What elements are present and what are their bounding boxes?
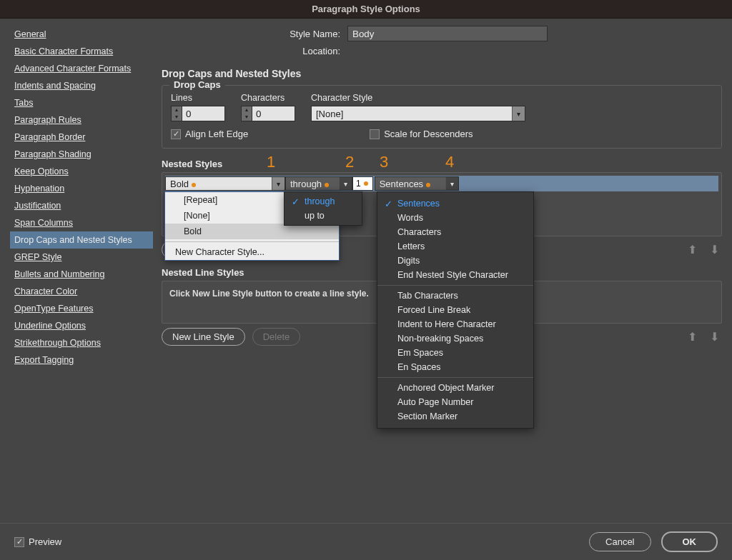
section-title: Drop Caps and Nested Styles	[162, 68, 722, 79]
dropdown-separator	[377, 285, 533, 286]
lines-label: Lines	[171, 93, 225, 103]
dropdown-item-em[interactable]: Em Spaces	[377, 346, 533, 360]
sidebar-item-underline[interactable]: Underline Options	[10, 317, 153, 334]
sidebar-item-basic-char[interactable]: Basic Character Formats	[10, 43, 153, 60]
dropdown-item-forced-break[interactable]: Forced Line Break	[377, 303, 533, 317]
dropdown-item-characters[interactable]: Characters	[377, 225, 533, 239]
annotation-dot-icon	[192, 183, 196, 187]
dropdown-item-anchored[interactable]: Anchored Object Marker	[377, 381, 533, 395]
move-up-icon[interactable]: ⬆	[685, 243, 700, 256]
nested-through-dropdown[interactable]: through up to	[284, 191, 362, 226]
characters-input[interactable]	[252, 106, 295, 121]
drop-caps-group-title: Drop Caps	[169, 79, 225, 90]
dropdown-item-en[interactable]: En Spaces	[377, 360, 533, 374]
dialog-footer: Preview Cancel OK	[0, 523, 732, 560]
nested-styles-box: 1 2 3 4 Bold ▾ through ▾	[162, 172, 722, 236]
sidebar: General Basic Character Formats Advanced…	[10, 26, 153, 523]
sidebar-item-keep[interactable]: Keep Options	[10, 163, 153, 180]
sidebar-item-dropcaps[interactable]: Drop Caps and Nested Styles	[10, 231, 153, 249]
sidebar-item-hyphen[interactable]: Hyphenation	[10, 180, 153, 197]
dropdown-item-upto[interactable]: up to	[285, 209, 362, 223]
window-title: Paragraph Style Options	[312, 4, 420, 14]
charstyle-value: [None]	[312, 109, 512, 119]
align-left-label: Align Left Edge	[185, 129, 248, 139]
move-up-icon[interactable]: ⬆	[685, 330, 700, 344]
chevron-down-icon[interactable]: ▾	[339, 177, 352, 190]
chevron-down-icon[interactable]: ▾	[445, 177, 458, 190]
nested-through-select[interactable]: through ▾	[285, 176, 352, 191]
stepper-arrows-icon[interactable]: ▴▾	[171, 106, 182, 121]
annotation-4: 4	[445, 153, 454, 171]
annotation-3: 3	[380, 153, 388, 171]
sidebar-item-grep[interactable]: GREP Style	[10, 249, 153, 266]
dropdown-item-words[interactable]: Words	[377, 211, 533, 225]
dropdown-item-bold[interactable]: Bold	[165, 224, 339, 239]
characters-stepper[interactable]: ▴▾	[241, 106, 295, 121]
nested-count-input[interactable]: 1	[352, 176, 373, 191]
dropdown-item-letters[interactable]: Letters	[377, 239, 533, 254]
style-name-input[interactable]	[347, 26, 548, 41]
chevron-down-icon[interactable]: ▾	[272, 177, 285, 190]
annotation-2: 2	[345, 153, 354, 171]
preview-label: Preview	[29, 536, 61, 547]
dropdown-item-digits[interactable]: Digits	[377, 254, 533, 268]
nested-style-select[interactable]: Bold ▾	[165, 176, 285, 191]
dropdown-item-end-nested[interactable]: End Nested Style Character	[377, 268, 533, 282]
ok-button[interactable]: OK	[661, 531, 718, 552]
nested-unit-dropdown[interactable]: Sentences Words Characters Letters Digit…	[377, 191, 534, 429]
move-down-icon[interactable]: ⬇	[707, 330, 722, 344]
dropdown-item-new-char-style[interactable]: New Character Style...	[165, 244, 339, 260]
sidebar-item-justification[interactable]: Justification	[10, 197, 153, 214]
new-line-style-button[interactable]: New Line Style	[162, 328, 245, 346]
align-left-checkbox[interactable]	[171, 129, 181, 139]
sidebar-item-strike[interactable]: Strikethrough Options	[10, 334, 153, 351]
scale-descenders-label: Scale for Descenders	[384, 129, 473, 139]
annotation-dot-icon	[364, 181, 368, 186]
cancel-button[interactable]: Cancel	[589, 532, 651, 551]
window-titlebar: Paragraph Style Options	[0, 0, 732, 19]
dropdown-item-through[interactable]: through	[285, 194, 362, 209]
preview-checkbox[interactable]	[14, 537, 24, 547]
nested-unit-value: Sentences	[380, 179, 423, 189]
nested-through-value: through	[290, 179, 322, 189]
scale-descenders-checkbox[interactable]	[370, 129, 380, 139]
dropdown-item-sentences[interactable]: Sentences	[377, 196, 533, 211]
lines-stepper[interactable]: ▴▾	[171, 106, 225, 121]
dropdown-item-nbsp[interactable]: Non-breaking Spaces	[377, 331, 533, 346]
main-panel: Style Name: Location: Drop Caps and Nest…	[162, 26, 722, 523]
sidebar-item-opentype[interactable]: OpenType Features	[10, 300, 153, 317]
lines-input[interactable]	[182, 106, 225, 121]
sidebar-item-shading[interactable]: Paragraph Shading	[10, 146, 153, 163]
sidebar-item-indents[interactable]: Indents and Spacing	[10, 77, 153, 94]
delete-line-style-button[interactable]: Delete	[252, 328, 301, 346]
sidebar-item-border[interactable]: Paragraph Border	[10, 129, 153, 146]
dropdown-item-indent-here[interactable]: Indent to Here Character	[377, 317, 533, 331]
dropdown-item-autopage[interactable]: Auto Page Number	[377, 395, 533, 409]
chevron-down-icon[interactable]: ▾	[512, 106, 525, 121]
nested-unit-select[interactable]: Sentences ▾	[375, 176, 459, 191]
charstyle-select[interactable]: [None] ▾	[311, 106, 525, 121]
move-down-icon[interactable]: ⬇	[707, 243, 722, 256]
style-name-label: Style Name:	[162, 29, 347, 39]
sidebar-item-general[interactable]: General	[10, 26, 153, 43]
location-label: Location:	[162, 46, 347, 56]
dropdown-item-tab[interactable]: Tab Characters	[377, 289, 533, 303]
sidebar-item-span[interactable]: Span Columns	[10, 214, 153, 231]
annotation-dot-icon	[325, 183, 329, 187]
sidebar-item-rules[interactable]: Paragraph Rules	[10, 111, 153, 129]
nested-style-value: Bold	[170, 179, 189, 189]
sidebar-item-bullets[interactable]: Bullets and Numbering	[10, 266, 153, 283]
dropdown-separator	[165, 241, 339, 242]
sidebar-item-tabs[interactable]: Tabs	[10, 94, 153, 111]
nested-style-row[interactable]: Bold ▾ through ▾ 1 Sentences ▾	[165, 176, 718, 191]
sidebar-item-export[interactable]: Export Tagging	[10, 351, 153, 369]
dropdown-item-section[interactable]: Section Marker	[377, 409, 533, 424]
sidebar-item-color[interactable]: Character Color	[10, 283, 153, 300]
dropdown-separator	[377, 377, 533, 378]
nested-styles-section: Nested Styles 1 2 3 4 Bold ▾	[162, 159, 722, 259]
characters-label: Characters	[241, 93, 295, 103]
charstyle-label: Character Style	[311, 93, 713, 103]
sidebar-item-adv-char[interactable]: Advanced Character Formats	[10, 60, 153, 77]
nested-styles-title: Nested Styles	[162, 159, 722, 169]
stepper-arrows-icon[interactable]: ▴▾	[241, 106, 252, 121]
